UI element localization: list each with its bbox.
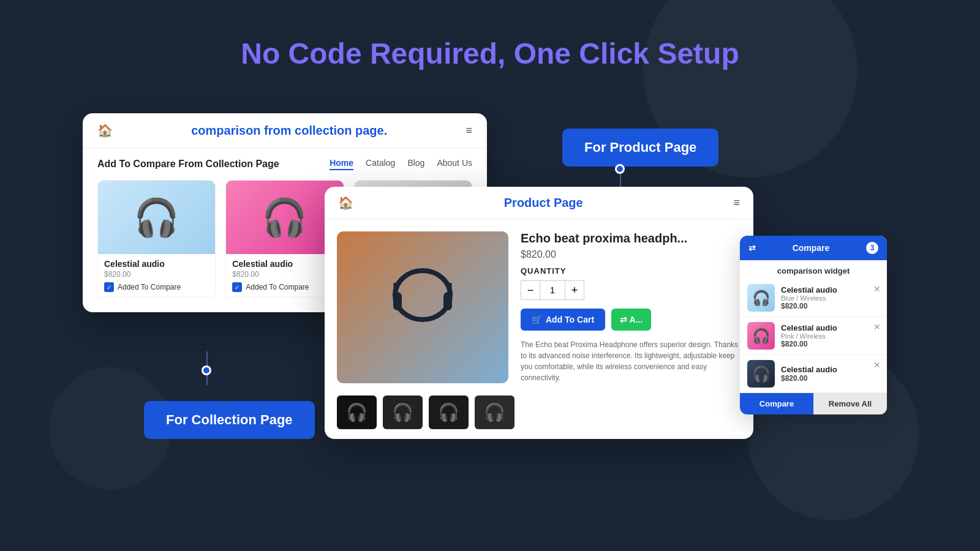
connector-dot-collection [202, 365, 211, 375]
compare-item-price-3: $820.00 [781, 374, 837, 383]
connector-dot-product [615, 164, 625, 174]
product-compare-1: ✓ Added To Compare [104, 282, 209, 292]
product-price-2: $820.00 [232, 270, 337, 279]
product-description: The Echo beat Proxima Headphone offers s… [521, 339, 741, 383]
main-heading: No Code Required, One Click Setup [0, 0, 980, 70]
compare-item-variant-2: Pink / Wireless [781, 332, 837, 340]
product-img-1: 🎧 [98, 181, 215, 254]
compare-item-name-1: Celestial audio [781, 285, 837, 294]
menu-icon[interactable]: ≡ [466, 124, 472, 137]
collection-card-header: 🏠 comparison from collection page. ≡ [83, 113, 487, 148]
widget-compare-button[interactable]: Compare [740, 393, 813, 414]
product-name-1: Celestial audio [104, 259, 209, 269]
product-thumbnails: 🎧 🎧 🎧 🎧 [325, 395, 753, 439]
for-product-button[interactable]: For Product Page [562, 129, 718, 167]
cart-icon: 🛒 [532, 315, 542, 324]
qty-increase-button[interactable]: + [565, 280, 584, 300]
nav-link-blog[interactable]: Blog [407, 158, 424, 170]
product-page-header: 🏠 Product Page ≡ [325, 187, 753, 219]
product-page-card: 🏠 Product Page ≡ Echo beat proxima headp… [325, 187, 753, 439]
for-collection-button[interactable]: For Collection Page [144, 401, 315, 439]
compare-widget-actions: Compare Remove All [740, 393, 887, 414]
add-compare-button[interactable]: ⇄ A... [611, 309, 651, 331]
nav-link-catalog[interactable]: Catalog [366, 158, 395, 170]
add-to-cart-button[interactable]: 🛒 Add To Cart [521, 309, 605, 331]
thumbnail-1[interactable]: 🎧 [337, 395, 377, 429]
thumbnail-4[interactable]: 🎧 [475, 395, 514, 429]
compare-item-close-3[interactable]: ✕ [873, 360, 881, 370]
compare-item-img-1: 🎧 [747, 284, 775, 312]
compare-count-badge: 3 [866, 242, 878, 254]
widget-remove-all-button[interactable]: Remove All [813, 393, 887, 414]
quantity-control: − 1 + [521, 280, 741, 300]
product-page-price: $820.00 [521, 249, 741, 260]
thumbnail-2[interactable]: 🎧 [383, 395, 423, 429]
compare-item-info-3: Celestial audio $820.00 [781, 365, 837, 383]
compare-item-price-1: $820.00 [781, 302, 837, 310]
product-info-1: Celestial audio $820.00 ✓ Added To Compa… [98, 254, 215, 297]
compare-item-info-2: Celestial audio Pink / Wireless $820.00 [781, 323, 837, 348]
compare-arrows-widget-icon: ⇄ [748, 243, 756, 253]
product-home-icon: 🏠 [338, 195, 353, 210]
compare-arrows-icon: ⇄ A... [620, 315, 643, 324]
compare-widget-title: comparison widget [740, 260, 887, 279]
compare-widget: ⇄ Compare 3 comparison widget 🎧 Celestia… [740, 236, 887, 414]
product-page-body: Echo beat proxima headph... $820.00 QUAN… [325, 219, 753, 395]
compare-widget-item-3: 🎧 Celestial audio $820.00 ✕ [740, 355, 887, 393]
nav-link-home[interactable]: Home [330, 158, 353, 170]
product-page-name: Echo beat proxima headph... [521, 231, 741, 246]
qty-value: 1 [540, 280, 565, 300]
compare-item-name-2: Celestial audio [781, 323, 837, 332]
compare-item-variant-1: Blue / Wireless [781, 294, 837, 302]
compare-widget-btn-label: Compare [793, 243, 830, 253]
product-name-2: Celestial audio [232, 259, 337, 269]
home-icon: 🏠 [97, 123, 113, 138]
action-buttons: 🛒 Add To Cart ⇄ A... [521, 309, 741, 331]
compare-item-price-2: $820.00 [781, 340, 837, 348]
compare-item-name-3: Celestial audio [781, 365, 837, 374]
collection-nav-title: Add To Compare From Collection Page [97, 159, 279, 170]
compare-item-info-1: Celestial audio Blue / Wireless $820.00 [781, 285, 837, 310]
compare-item-img-3: 🎧 [747, 360, 775, 388]
product-page-title: Product Page [504, 196, 583, 210]
collection-card-title: comparison from collection page. [191, 124, 387, 138]
heading-accent: Click Setup [579, 37, 739, 70]
thumbnail-3[interactable]: 🎧 [429, 395, 469, 429]
compare-widget-header[interactable]: ⇄ Compare 3 [740, 236, 887, 260]
product-menu-icon[interactable]: ≡ [733, 197, 740, 209]
collection-card-nav: Add To Compare From Collection Page Home… [97, 158, 472, 170]
quantity-label: QUANTITY [521, 266, 741, 276]
compare-widget-item-1: 🎧 Celestial audio Blue / Wireless $820.0… [740, 279, 887, 317]
compare-item-close-1[interactable]: ✕ [873, 284, 881, 294]
product-main-image [337, 231, 508, 383]
nav-link-about[interactable]: About Us [437, 158, 472, 170]
add-to-cart-label: Add To Cart [546, 315, 594, 324]
heading-normal: No Code Required, One [241, 37, 571, 70]
compare-label-2: Added To Compare [246, 283, 309, 291]
compare-check-1[interactable]: ✓ [104, 282, 114, 292]
product-details: Echo beat proxima headph... $820.00 QUAN… [521, 231, 741, 383]
compare-check-2[interactable]: ✓ [232, 282, 242, 292]
compare-widget-item-2: 🎧 Celestial audio Pink / Wireless $820.0… [740, 317, 887, 355]
svg-point-0 [395, 271, 450, 320]
compare-item-close-2[interactable]: ✕ [873, 322, 881, 332]
qty-decrease-button[interactable]: − [521, 280, 540, 300]
collection-nav-links: Home Catalog Blog About Us [330, 158, 472, 170]
product-compare-2: ✓ Added To Compare [232, 282, 337, 292]
product-item-1: 🎧 Celestial audio $820.00 ✓ Added To Com… [97, 180, 216, 298]
compare-label-1: Added To Compare [118, 283, 181, 291]
product-price-1: $820.00 [104, 270, 209, 279]
headphone-svg [386, 258, 459, 356]
compare-item-img-2: 🎧 [747, 322, 775, 350]
